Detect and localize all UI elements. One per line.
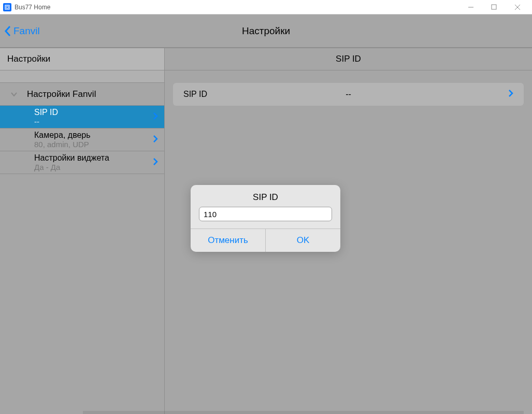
chevron-right-icon — [508, 89, 513, 99]
sidebar-item-subtitle: -- — [34, 117, 58, 126]
sidebar-section-header[interactable]: Настройки Fanvil — [0, 83, 164, 106]
detail-row-sip-id[interactable]: SIP ID -- — [173, 83, 524, 106]
detail-value: -- — [346, 90, 351, 99]
cancel-button-label: Отменить — [208, 235, 248, 246]
svg-rect-1 — [6, 6, 8, 8]
svg-rect-0 — [5, 5, 9, 9]
window-close-button[interactable] — [506, 0, 529, 15]
dialog-title: SIP ID — [191, 185, 340, 207]
chevron-left-icon — [4, 25, 11, 37]
sidebar: Настройки Fanvil SIP ID -- Камера, дверь… — [0, 70, 165, 414]
sidebar-item-title: Камера, дверь — [34, 130, 91, 140]
sidebar-item-title: Настройки виджета — [34, 153, 109, 163]
sidebar-item-subtitle: 80, admin, UDP — [34, 140, 91, 149]
column-headers: Настройки SIP ID — [0, 48, 532, 70]
ok-button-label: OK — [297, 235, 310, 246]
sidebar-item-widget-settings[interactable]: Настройки виджета Да - Да — [0, 151, 164, 174]
column-header-sipid: SIP ID — [165, 48, 532, 70]
column-header-settings: Настройки — [0, 48, 165, 70]
chevron-right-icon — [153, 135, 158, 145]
sidebar-item-title: SIP ID — [34, 107, 58, 117]
window-titlebar: Bus77 Home — [0, 0, 532, 15]
sidebar-item-camera-door[interactable]: Камера, дверь 80, admin, UDP — [0, 129, 164, 151]
top-nav: Fanvil Настройки — [0, 15, 532, 48]
sidebar-spacer — [0, 70, 164, 83]
detail-label: SIP ID — [183, 90, 207, 99]
sidebar-item-sip-id[interactable]: SIP ID -- — [0, 106, 164, 129]
chevron-down-icon — [10, 89, 18, 99]
window-minimize-button[interactable] — [459, 0, 482, 15]
back-button-label: Fanvil — [13, 25, 40, 37]
window-maximize-button[interactable] — [482, 0, 506, 15]
sip-id-input[interactable] — [199, 207, 332, 221]
chevron-right-icon — [153, 158, 158, 168]
dialog-sip-id: SIP ID Отменить OK — [191, 185, 340, 252]
page-title: Настройки — [242, 25, 290, 37]
cancel-button[interactable]: Отменить — [191, 229, 266, 252]
window-title: Bus77 Home — [15, 4, 459, 11]
app-icon — [3, 3, 11, 11]
scrollbar-horizontal[interactable] — [83, 411, 524, 414]
chevron-right-icon — [153, 112, 158, 122]
ok-button[interactable]: OK — [266, 229, 340, 252]
svg-rect-3 — [492, 5, 496, 9]
sidebar-section-title: Настройки Fanvil — [27, 89, 96, 99]
back-button[interactable]: Fanvil — [0, 25, 40, 37]
sidebar-item-subtitle: Да - Да — [34, 163, 109, 172]
window-controls — [459, 0, 529, 15]
